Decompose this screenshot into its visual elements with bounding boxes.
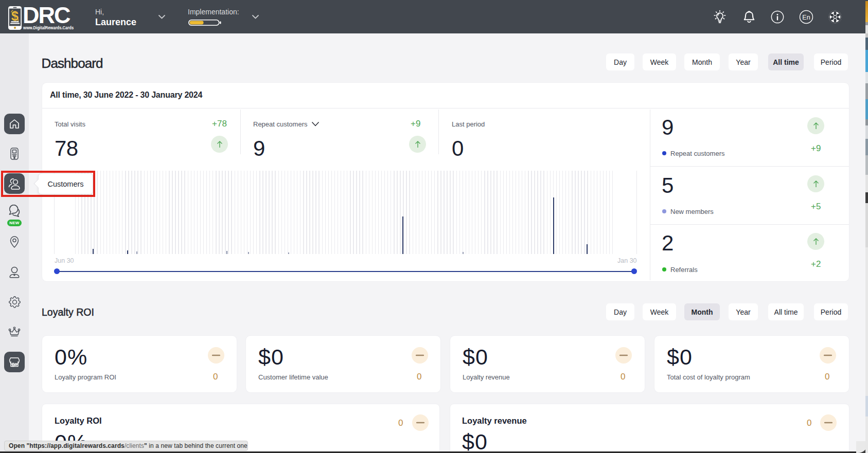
svg-text:En: En <box>802 14 810 21</box>
